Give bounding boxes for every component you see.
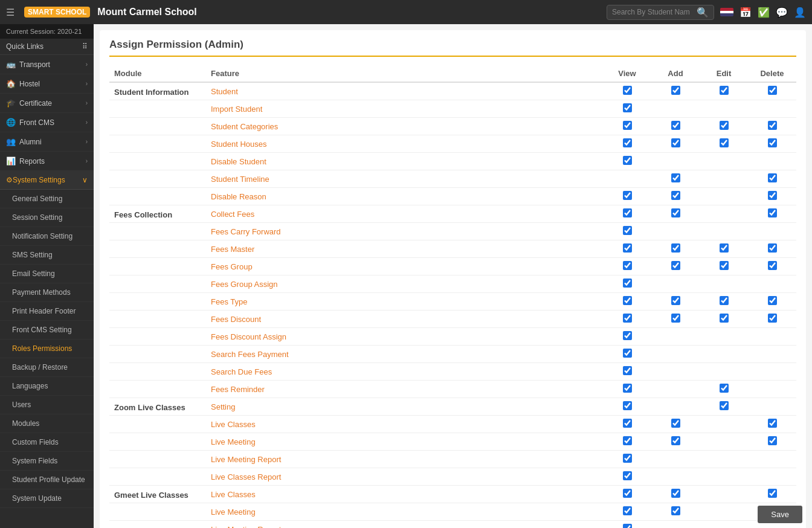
cell-delete[interactable] xyxy=(748,398,796,416)
checkbox-add[interactable] xyxy=(671,86,680,95)
cell-add[interactable] xyxy=(651,223,700,240)
cell-add[interactable] xyxy=(651,170,700,188)
sidebar-item-payment-methods[interactable]: Payment Methods xyxy=(0,283,94,302)
cell-view[interactable] xyxy=(603,521,651,529)
cell-delete[interactable] xyxy=(748,118,796,135)
sidebar-item-roles-permissions[interactable]: Roles Permissions xyxy=(0,340,94,358)
checkbox-view[interactable] xyxy=(623,103,632,112)
cell-view[interactable] xyxy=(603,468,651,486)
cell-view[interactable] xyxy=(603,486,651,503)
feature-cell[interactable]: Live Classes Report xyxy=(206,468,603,486)
feature-cell[interactable]: Fees Discount Assign xyxy=(206,328,603,346)
checkbox-delete[interactable] xyxy=(768,191,777,200)
sidebar-item-session-setting[interactable]: Session Setting xyxy=(0,208,94,227)
feature-cell[interactable]: Collect Fees xyxy=(206,205,603,223)
sidebar-item-notification-setting[interactable]: Notification Setting xyxy=(0,227,94,246)
cell-add[interactable] xyxy=(651,135,700,153)
search-bar[interactable]: 🔍 xyxy=(607,5,714,20)
cell-edit[interactable] xyxy=(700,205,748,223)
cell-edit[interactable] xyxy=(700,223,748,240)
feature-cell[interactable]: Live Meeting xyxy=(206,433,603,451)
feature-cell[interactable]: Disable Reason xyxy=(206,188,603,205)
search-input[interactable] xyxy=(612,8,697,16)
sidebar-item-transport[interactable]: 🚌Transport › xyxy=(0,55,94,74)
checkbox-view[interactable] xyxy=(623,86,632,95)
checkbox-delete[interactable] xyxy=(768,314,777,323)
calendar-icon[interactable]: 📅 xyxy=(740,7,752,18)
checkbox-view[interactable] xyxy=(623,349,632,358)
sidebar-item-system-fields[interactable]: System Fields xyxy=(0,452,94,471)
feature-cell[interactable]: Fees Carry Forward xyxy=(206,223,603,240)
cell-delete[interactable] xyxy=(748,258,796,275)
feature-cell[interactable]: Disable Student xyxy=(206,153,603,170)
cell-view[interactable] xyxy=(603,82,651,100)
checkbox-add[interactable] xyxy=(671,173,680,182)
checkbox-delete[interactable] xyxy=(768,173,777,182)
cell-add[interactable] xyxy=(651,433,700,451)
checkbox-edit[interactable] xyxy=(720,243,729,253)
cell-edit[interactable] xyxy=(700,135,748,153)
checkbox-view[interactable] xyxy=(623,331,632,340)
checkbox-add[interactable] xyxy=(671,314,680,323)
cell-add[interactable] xyxy=(651,486,700,503)
checkbox-view[interactable] xyxy=(623,471,632,480)
checkbox-delete[interactable] xyxy=(768,489,777,498)
checkbox-delete[interactable] xyxy=(768,208,777,217)
feature-cell[interactable]: Search Due Fees xyxy=(206,363,603,381)
feature-cell[interactable]: Student Timeline xyxy=(206,170,603,188)
checkbox-view[interactable] xyxy=(623,296,632,305)
cell-add[interactable] xyxy=(651,205,700,223)
cell-edit[interactable] xyxy=(700,346,748,363)
cell-edit[interactable] xyxy=(700,433,748,451)
sidebar-item-general-setting[interactable]: General Setting xyxy=(0,190,94,208)
feature-cell[interactable]: Setting xyxy=(206,398,603,416)
cell-add[interactable] xyxy=(651,381,700,398)
sidebar-item-system-update[interactable]: System Update xyxy=(0,489,94,508)
checkbox-delete[interactable] xyxy=(768,419,777,428)
cell-add[interactable] xyxy=(651,311,700,328)
feature-cell[interactable]: Student Houses xyxy=(206,135,603,153)
cell-view[interactable] xyxy=(603,381,651,398)
checkbox-add[interactable] xyxy=(671,419,680,428)
sidebar-item-system-settings[interactable]: ⚙System Settings ∨ xyxy=(0,171,94,190)
cell-edit[interactable] xyxy=(700,416,748,433)
feature-cell[interactable]: Fees Reminder xyxy=(206,381,603,398)
sidebar-item-custom-fields[interactable]: Custom Fields xyxy=(0,433,94,452)
cell-edit[interactable] xyxy=(700,293,748,311)
cell-edit[interactable] xyxy=(700,311,748,328)
checkbox-add[interactable] xyxy=(671,489,680,498)
cell-view[interactable] xyxy=(603,205,651,223)
whatsapp-icon[interactable]: 💬 xyxy=(776,7,788,18)
save-button[interactable]: Save xyxy=(758,506,802,523)
checkbox-edit[interactable] xyxy=(720,384,729,393)
cell-add[interactable] xyxy=(651,100,700,118)
checkbox-delete[interactable] xyxy=(768,296,777,305)
cell-view[interactable] xyxy=(603,346,651,363)
cell-add[interactable] xyxy=(651,188,700,205)
cell-delete[interactable] xyxy=(748,293,796,311)
cell-delete[interactable] xyxy=(748,153,796,170)
cell-add[interactable] xyxy=(651,468,700,486)
checkbox-add[interactable] xyxy=(671,121,680,130)
checkbox-view[interactable] xyxy=(623,226,632,235)
feature-cell[interactable]: Fees Group xyxy=(206,258,603,275)
cell-delete[interactable] xyxy=(748,275,796,293)
checkbox-add[interactable] xyxy=(671,506,680,515)
sidebar-item-hostel[interactable]: 🏠Hostel › xyxy=(0,74,94,94)
cell-edit[interactable] xyxy=(700,188,748,205)
user-icon[interactable]: 👤 xyxy=(794,7,806,18)
cell-view[interactable] xyxy=(603,363,651,381)
checkbox-view[interactable] xyxy=(623,278,632,288)
cell-view[interactable] xyxy=(603,223,651,240)
cell-add[interactable] xyxy=(651,258,700,275)
cell-edit[interactable] xyxy=(700,153,748,170)
cell-delete[interactable] xyxy=(748,205,796,223)
feature-cell[interactable]: Live Meeting Report xyxy=(206,521,603,529)
cell-add[interactable] xyxy=(651,521,700,529)
checkbox-view[interactable] xyxy=(623,419,632,428)
sidebar-item-front-cms[interactable]: 🌐Front CMS › xyxy=(0,113,94,132)
sidebar-item-sms-setting[interactable]: SMS Setting xyxy=(0,246,94,265)
feature-cell[interactable]: Fees Group Assign xyxy=(206,275,603,293)
cell-edit[interactable] xyxy=(700,363,748,381)
feature-cell[interactable]: Live Classes xyxy=(206,416,603,433)
